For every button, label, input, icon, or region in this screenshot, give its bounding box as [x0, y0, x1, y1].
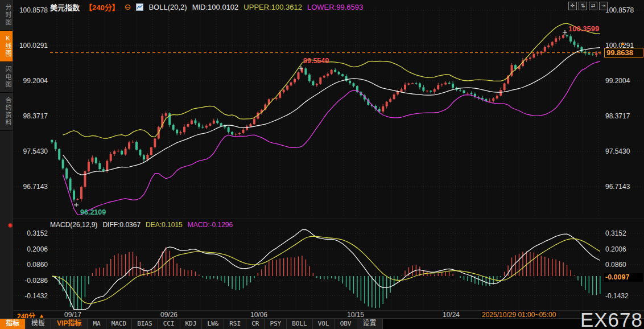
- high-annotation: 100.3599: [568, 24, 599, 33]
- toolbar-item-VIP指标[interactable]: VIP指标: [51, 319, 88, 329]
- x-axis-date-label: 10/06: [245, 311, 273, 319]
- period-tag: 【240分】: [85, 2, 119, 13]
- macd-axis-label-left: -0.0286: [17, 276, 48, 285]
- sidebar-tab-1[interactable]: 分时图: [0, 0, 13, 31]
- current-price-badge: 99.8638: [604, 48, 643, 57]
- sidebar: 分时图K线图闪电图合约资料: [0, 0, 13, 319]
- toolbar-item-PSY[interactable]: PSY: [265, 319, 287, 329]
- macd-diff-value: DIFF:0.0367: [102, 221, 141, 229]
- price-axis-label-right: 97.5430: [605, 147, 642, 156]
- indicator-settings-icon[interactable]: ✺: [7, 222, 13, 229]
- macd-axis-label-left: 0.2006: [17, 245, 48, 254]
- zoom-horizontal-axis-icon[interactable]: ⇄: [589, 2, 597, 10]
- mid-high-annotation: 99.5549: [303, 57, 329, 65]
- toolbar-item-模板[interactable]: 模板: [26, 319, 51, 329]
- watermark: EX678: [580, 309, 643, 329]
- collapse-icon[interactable]: ⊖: [125, 3, 131, 11]
- x-axis-date-label: 09/26: [155, 311, 183, 319]
- macd-axis-label-right: 0.0860: [605, 260, 642, 269]
- macd-dea-value: DEA:0.1015: [146, 221, 183, 229]
- boll-lower-value: LOWER:99.6593: [307, 3, 363, 11]
- macd-macd-value: MACD:-0.1296: [188, 221, 233, 229]
- price-axis-label-right: 96.7143: [605, 182, 642, 191]
- toolbar-item-MA[interactable]: MA: [88, 319, 106, 329]
- toolbar-item-指标[interactable]: 指标: [0, 319, 26, 329]
- toolbar-item-KDJ[interactable]: KDJ: [180, 319, 203, 329]
- chart-header: 美元指数 【240分】 ⊖ BOLL(20,2) MID:100.0102 UP…: [50, 2, 363, 13]
- x-axis-date-label: 09/17: [59, 311, 86, 319]
- toolbar-item-CCI[interactable]: CCI: [158, 319, 180, 329]
- macd-axis-label-right: 0.2006: [605, 245, 642, 254]
- trading-app-window: 分时图K线图闪电图合约资料 美元指数 【240分】 ⊖ BOLL(20,2) M…: [0, 0, 644, 329]
- x-axis-date-label: 10/24: [437, 311, 465, 319]
- price-up-arrow-icon: ▲: [620, 40, 625, 46]
- zoom-vertical-axis-icon[interactable]: ⇅: [579, 2, 587, 10]
- macd-axis-label-left: 0.0860: [17, 260, 48, 269]
- macd-axis-label-left: 0.3152: [17, 229, 48, 238]
- price-axis-label-left: 98.3717: [17, 112, 48, 121]
- expand-right-icon[interactable]: ⇥: [599, 2, 608, 10]
- price-axis-label-right: 98.3717: [605, 112, 642, 121]
- macd-title: MACD(26,12,9): [50, 221, 97, 229]
- toolbar-item-RSI[interactable]: RSI: [224, 319, 246, 329]
- toolbar-item-BIAS[interactable]: BIAS: [132, 319, 158, 329]
- boll-mid-value: MID:100.0102: [192, 3, 239, 11]
- toolbar-item-VOL[interactable]: VOL: [313, 319, 335, 329]
- pan-icon[interactable]: ✛: [568, 2, 577, 10]
- sidebar-tab-2[interactable]: K线图: [0, 31, 13, 62]
- price-axis-label-left: 100.0291: [17, 41, 48, 50]
- chart-canvas[interactable]: [0, 0, 644, 329]
- price-axis-label-left: 100.8578: [17, 6, 48, 15]
- current-session-label: 2025/10/29 01:00~05:00: [481, 311, 557, 319]
- toolbar-item-LW&[interactable]: LW&: [202, 319, 224, 329]
- symbol-title: 美元指数: [50, 2, 80, 13]
- sidebar-tabs: 分时图K线图闪电图合约资料: [0, 0, 13, 131]
- x-axis-date-label: 10/15: [342, 311, 369, 319]
- macd-header: MACD(26,12,9) DIFF:0.0367 DEA:0.1015 MAC…: [50, 221, 233, 229]
- toolbar-item-CR[interactable]: CR: [246, 319, 265, 329]
- price-axis-label-right: 99.2004: [605, 76, 642, 85]
- toolbar-item-设置[interactable]: 设置: [357, 319, 383, 329]
- bottom-toolbar: 指标模板VIP指标MAMACDBIASCCIKDJLW&RSICRPSYBOLL…: [0, 318, 644, 329]
- sidebar-tab-4[interactable]: 合约资料: [0, 93, 13, 131]
- price-axis-label-left: 97.5430: [17, 147, 48, 156]
- toolbar-item-OBV[interactable]: OBV: [335, 319, 357, 329]
- toolbar-item-BOLL[interactable]: BOLL: [287, 319, 313, 329]
- boll-title: BOLL(20,2): [148, 3, 187, 11]
- boll-upper-value: UPPER:100.3612: [243, 3, 302, 11]
- price-axis-label-left: 99.2004: [17, 76, 48, 85]
- macd-axis-label-right: 0.3152: [605, 229, 642, 238]
- chart-toolbar-icons: ✛⇅⇄⇥: [568, 2, 608, 10]
- toolbar-item-MACD[interactable]: MACD: [106, 319, 133, 329]
- low-annotation: 96.2109: [80, 208, 106, 216]
- price-axis-label-right: 100.8578: [605, 6, 642, 15]
- sidebar-tab-3[interactable]: 闪电图: [0, 62, 13, 93]
- price-axis-label-left: 96.7143: [17, 182, 48, 191]
- macd-axis-label-right: -0.1432: [605, 291, 642, 301]
- macd-axis-label-left: -0.1432: [17, 291, 48, 301]
- indicator-chart-icon: [136, 3, 143, 11]
- macd-value-badge: -0.0097: [604, 273, 643, 282]
